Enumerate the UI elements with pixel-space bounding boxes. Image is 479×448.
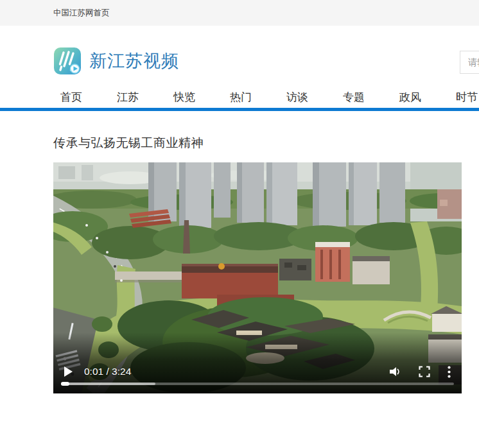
volume-button[interactable] [388,365,401,378]
nav-item-hot[interactable]: 热门 [230,90,252,105]
topbar-home-link[interactable]: 中国江苏网首页 [53,8,110,19]
nav-item-quick-view[interactable]: 快览 [173,90,195,105]
site-logo-icon [53,47,82,75]
site-name: 新江苏视频 [89,49,179,73]
player-controls: 0:01 / 3:24 [64,365,451,378]
nav-item-interviews[interactable]: 访谈 [286,90,308,105]
nav-item-home[interactable]: 首页 [60,90,82,105]
time-display: 0:01 / 3:24 [84,366,131,377]
current-time: 0:01 [84,366,103,377]
duration: 3:24 [112,366,131,377]
progress-bar[interactable] [61,383,454,385]
more-options-button[interactable] [448,366,451,378]
more-options-icon [448,366,451,378]
article-title: 传承与弘扬无锡工商业精神 [53,135,204,151]
nav-item-jiangsu[interactable]: 江苏 [117,90,139,105]
nav-accent-line [0,108,479,111]
main-nav: 首页 江苏 快览 热门 访谈 专题 政风 时节 [60,90,478,105]
brand[interactable]: 新江苏视频 [53,47,179,75]
progress-buffered [61,383,155,385]
topbar: 中国江苏网首页 [0,0,479,26]
fullscreen-icon [419,366,430,377]
volume-icon [388,365,401,378]
right-controls [388,365,451,378]
fullscreen-button[interactable] [419,366,430,377]
play-button[interactable] [64,366,73,377]
nav-item-season[interactable]: 时节 [456,90,478,105]
time-separator: / [103,366,112,377]
nav-item-special-topics[interactable]: 专题 [343,90,365,105]
search-input[interactable] [460,51,479,74]
progress-played [61,382,69,386]
video-player[interactable]: 0:01 / 3:24 [53,162,462,393]
page: 中国江苏网首页 新江苏视频 [0,0,479,448]
play-icon [64,366,73,377]
nav-item-gov-style[interactable]: 政风 [399,90,421,105]
